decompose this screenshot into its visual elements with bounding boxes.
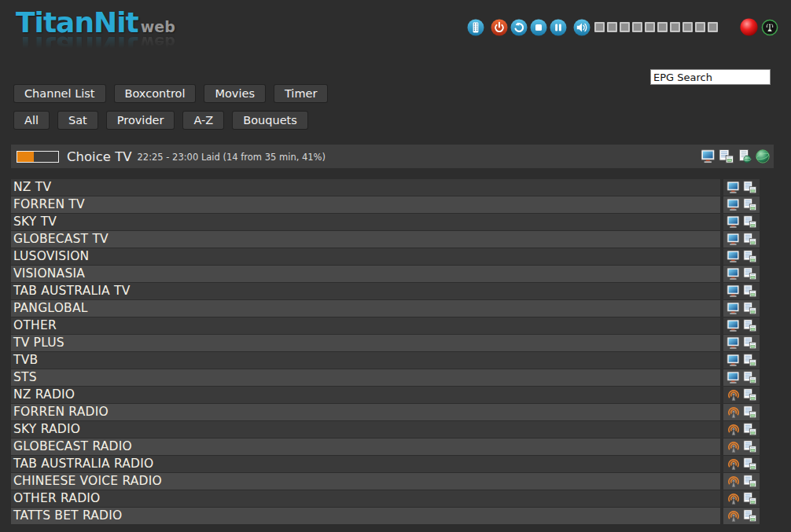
filter-button[interactable]: Provider xyxy=(107,112,175,129)
tv-screen-icon[interactable] xyxy=(727,319,741,332)
epg-copy-icon[interactable] xyxy=(743,284,757,298)
epg-copy-icon[interactable] xyxy=(743,302,757,315)
volume-segment[interactable] xyxy=(632,22,642,32)
tv-screen-icon[interactable] xyxy=(727,181,741,194)
tv-screen-icon[interactable] xyxy=(727,250,741,263)
tv-screen-icon[interactable] xyxy=(727,267,741,281)
epg-copy-icon[interactable] xyxy=(743,388,757,402)
epg-copy-icon[interactable] xyxy=(743,475,757,488)
remote-icon[interactable] xyxy=(467,19,484,36)
channel-name-cell[interactable]: SKY TV xyxy=(11,214,720,230)
epg-copy-icon[interactable] xyxy=(743,319,757,332)
radio-antenna-icon[interactable] xyxy=(727,388,741,402)
epg-copy-icon[interactable] xyxy=(743,492,757,505)
channel-name-cell[interactable]: STS xyxy=(11,369,720,386)
channel-row: TATTS BET RADIO xyxy=(11,508,760,524)
nav-button[interactable]: Channel List xyxy=(14,85,105,102)
tv-screen-icon[interactable] xyxy=(727,336,741,350)
nav-button[interactable]: Timer xyxy=(274,85,327,102)
volume-segment[interactable] xyxy=(695,22,705,32)
tv-screen-icon[interactable] xyxy=(727,302,741,315)
tv-screen-icon[interactable] xyxy=(727,215,741,229)
volume-segment[interactable] xyxy=(594,22,605,32)
epg-copy-icon[interactable] xyxy=(743,215,757,229)
epg-copy-icon[interactable] xyxy=(743,198,757,211)
channel-name-cell[interactable]: OTHER RADIO xyxy=(11,490,720,507)
channel-name-cell[interactable]: SKY RADIO xyxy=(11,421,720,438)
channel-actions xyxy=(723,387,760,403)
main-nav: Channel ListBoxcontrolMoviesTimer xyxy=(14,85,327,102)
channel-name-cell[interactable]: TAB AUSTRALIA RADIO xyxy=(11,456,720,472)
pause-icon[interactable] xyxy=(550,19,567,36)
radio-antenna-icon[interactable] xyxy=(727,492,741,505)
nav-button[interactable]: Movies xyxy=(204,85,264,102)
filter-button[interactable]: A-Z xyxy=(183,112,223,129)
radio-antenna-icon[interactable] xyxy=(727,423,741,436)
epg-copy-icon[interactable] xyxy=(743,181,757,194)
volume-segment[interactable] xyxy=(607,22,617,32)
volume-segment[interactable] xyxy=(670,22,680,32)
channel-row: FORREN RADIO xyxy=(11,404,760,420)
channel-row: TAB AUSTRALIA TV xyxy=(11,283,760,299)
channel-name-cell[interactable]: VISIONASIA xyxy=(11,266,720,282)
channel-name-cell[interactable]: TVB xyxy=(11,352,720,369)
tv-screen-icon[interactable] xyxy=(727,233,741,246)
tv-screen-icon[interactable] xyxy=(727,371,741,384)
epg-copy-icon[interactable] xyxy=(743,233,757,246)
channel-name-cell[interactable]: FORREN RADIO xyxy=(11,404,720,420)
channel-name-cell[interactable]: GLOBECAST RADIO xyxy=(11,438,720,455)
epg-copy-icon[interactable] xyxy=(743,423,757,436)
channel-name-cell[interactable]: NZ TV xyxy=(11,179,720,196)
channel-name-cell[interactable]: NZ RADIO xyxy=(11,387,720,403)
channel-name-cell[interactable]: TATTS BET RADIO xyxy=(11,508,720,524)
epg-copy-icon[interactable] xyxy=(743,250,757,263)
epg-copy-icon[interactable] xyxy=(743,457,757,471)
refresh-icon[interactable] xyxy=(510,19,528,36)
volume-segment[interactable] xyxy=(708,22,718,32)
volume-segment[interactable] xyxy=(645,22,655,32)
speaker-icon[interactable] xyxy=(573,19,590,36)
channel-name-cell[interactable]: TAB AUSTRALIA TV xyxy=(11,283,720,299)
epg-copy-icon[interactable] xyxy=(743,267,757,281)
transmit-icon[interactable] xyxy=(761,19,778,36)
volume-segment[interactable] xyxy=(657,22,668,32)
channel-name-cell[interactable]: FORREN TV xyxy=(11,196,720,213)
volume-segment[interactable] xyxy=(682,22,693,32)
epg-copy-icon[interactable] xyxy=(743,336,757,350)
radio-antenna-icon[interactable] xyxy=(727,509,741,523)
epg-copy-icon[interactable] xyxy=(743,405,757,419)
tv-screen-icon[interactable] xyxy=(727,198,741,211)
epg-copy-icon[interactable] xyxy=(743,371,757,384)
filter-button[interactable]: Bouquets xyxy=(233,112,307,129)
globe-icon[interactable] xyxy=(755,149,771,164)
channel-row: NZ TV xyxy=(11,179,760,196)
stream-doc-icon[interactable] xyxy=(737,149,752,164)
channel-name-cell[interactable]: GLOBECAST TV xyxy=(11,231,720,248)
epg-search-input[interactable] xyxy=(650,69,771,85)
epg-copy-icon[interactable] xyxy=(743,354,757,367)
nav-button[interactable]: Boxcontrol xyxy=(115,85,196,102)
volume-segment[interactable] xyxy=(620,22,630,32)
channel-actions xyxy=(723,179,760,196)
channel-actions xyxy=(723,369,760,386)
stop-icon[interactable] xyxy=(530,19,547,36)
channel-name-cell[interactable]: PANGLOBAL xyxy=(11,300,720,317)
tv-screen-icon[interactable] xyxy=(727,354,741,367)
radio-antenna-icon[interactable] xyxy=(727,457,741,471)
epg-copy-icon[interactable] xyxy=(743,440,757,453)
power-icon[interactable] xyxy=(491,19,508,36)
epg-copy-icon[interactable] xyxy=(719,149,734,164)
channel-name-cell[interactable]: TV PLUS xyxy=(11,335,720,351)
monitor-icon[interactable] xyxy=(701,149,716,164)
tv-screen-icon[interactable] xyxy=(727,284,741,298)
radio-antenna-icon[interactable] xyxy=(727,475,741,488)
radio-antenna-icon[interactable] xyxy=(727,440,741,453)
filter-button[interactable]: All xyxy=(14,112,49,129)
epg-copy-icon[interactable] xyxy=(743,509,757,523)
channel-name-cell[interactable]: OTHER xyxy=(11,317,720,334)
channel-name-cell[interactable]: LUSOVISION xyxy=(11,248,720,265)
filter-button[interactable]: Sat xyxy=(58,112,97,129)
channel-name-cell[interactable]: CHINEESE VOICE RADIO xyxy=(11,473,720,490)
record-ball-icon[interactable] xyxy=(739,17,759,37)
radio-antenna-icon[interactable] xyxy=(727,405,741,419)
